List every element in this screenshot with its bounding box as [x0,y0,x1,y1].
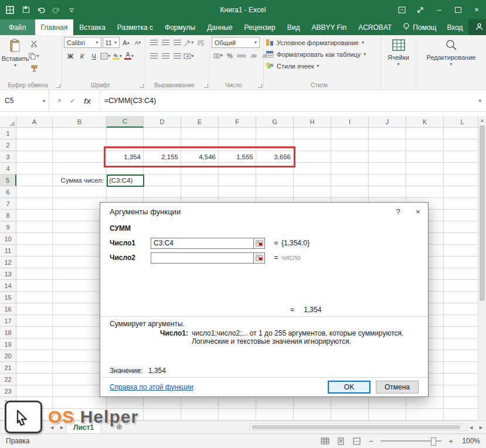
alignment-dialog-launcher[interactable] [204,84,208,88]
cell-L11[interactable] [444,245,478,257]
cell-F4[interactable] [219,163,256,175]
cell-K25[interactable] [406,409,444,420]
cell-K2[interactable] [406,139,444,151]
column-header-B[interactable]: B [53,116,107,128]
clipboard-dialog-launcher[interactable] [56,84,60,88]
cell-A21[interactable] [16,362,53,374]
cell-L16[interactable] [444,303,478,315]
cell-D2[interactable] [144,139,181,151]
enter-entry-icon[interactable]: ✓ [70,97,76,105]
cell-L14[interactable] [444,280,478,292]
cell-B6[interactable] [53,186,107,198]
row-header-10[interactable]: 10 [0,233,16,245]
cell-I25[interactable] [331,409,369,420]
cell-I2[interactable] [331,139,369,151]
wrap-text-button[interactable] [195,37,206,49]
scroll-up-icon[interactable]: ▲ [478,116,486,124]
copy-button[interactable]: ▾ [29,50,39,62]
column-header-J[interactable]: J [369,116,406,128]
close-button[interactable]: × [467,0,486,19]
horizontal-scrollbar[interactable] [249,423,468,431]
format-as-table-button[interactable]: Форматировать как таблицу ▾ [266,49,379,60]
number-dialog-launcher[interactable] [258,84,262,88]
cell-K3[interactable] [406,151,444,163]
cell-F25[interactable] [219,409,256,420]
font-color-button[interactable]: А ▾ [124,50,134,62]
cell-H1[interactable] [294,128,331,139]
cell-L17[interactable] [444,315,478,327]
cell-G3[interactable]: 3,656 [256,151,294,163]
cell-B21[interactable] [53,362,107,374]
tab-Разметка с[interactable]: Разметка с [111,19,159,35]
cell-A8[interactable] [16,210,53,221]
row-header-11[interactable]: 11 [0,245,16,257]
paste-button[interactable]: Вставить ▾ [2,37,29,74]
format-painter-button[interactable] [29,63,39,74]
cell-D24[interactable] [144,397,181,409]
dialog-close-button[interactable]: × [408,203,428,220]
cell-H2[interactable] [294,139,331,151]
cell-L5[interactable] [444,175,478,186]
increase-decimal-button[interactable]: ,00 [248,50,259,61]
cell-A10[interactable] [16,233,53,245]
tab-ACROBAT[interactable]: ACROBAT [352,19,397,35]
cell-H4[interactable] [294,163,331,175]
cell-J6[interactable] [369,186,406,198]
cell-L22[interactable] [444,374,478,385]
cell-B12[interactable] [53,257,107,268]
arg2-input[interactable] [151,252,254,264]
font-size-combo[interactable]: 11 ▾ [103,37,120,48]
row-header-6[interactable]: 6 [0,186,16,198]
cell-A19[interactable] [16,338,53,350]
cell-C2[interactable] [107,139,144,151]
cell-B16[interactable] [53,303,107,315]
cell-F2[interactable] [219,139,256,151]
column-header-H[interactable]: H [294,116,331,128]
cell-B2[interactable] [53,139,107,151]
italic-button[interactable]: К [77,50,87,62]
grow-font-button[interactable]: А▴ [121,37,131,49]
expand-formula-bar-icon[interactable]: ▾ [474,90,486,111]
cell-K6[interactable] [406,186,444,198]
cell-A22[interactable] [16,374,53,385]
cell-J24[interactable] [369,397,406,409]
cell-I1[interactable] [331,128,369,139]
cell-B4[interactable] [53,163,107,175]
cell-I24[interactable] [331,397,369,409]
cell-L3[interactable] [444,151,478,163]
cell-E25[interactable] [181,409,219,420]
cell-L20[interactable] [444,350,478,362]
font-dialog-launcher[interactable] [140,84,144,88]
cell-K24[interactable] [406,397,444,409]
cell-G5[interactable] [256,175,294,186]
dialog-title-bar[interactable]: Аргументы функции ? × [100,203,428,220]
cell-I3[interactable] [331,151,369,163]
cell-I6[interactable] [331,186,369,198]
cell-L6[interactable] [444,186,478,198]
scroll-right-icon[interactable]: ► [478,425,484,430]
number-format-combo[interactable]: Общий ▾ [212,37,260,48]
cell-B5[interactable]: Сумма чисел: [53,175,107,186]
cancel-entry-icon[interactable]: × [57,97,62,105]
cell-D1[interactable] [144,128,181,139]
cell-F24[interactable] [219,397,256,409]
cell-B14[interactable] [53,280,107,292]
cell-F5[interactable] [219,175,256,186]
cell-K1[interactable] [406,128,444,139]
cut-button[interactable] [29,38,39,50]
cell-A20[interactable] [16,350,53,362]
cell-D4[interactable] [144,163,181,175]
tab-help[interactable]: Помощ [397,19,441,35]
cell-E6[interactable] [181,186,219,198]
row-header-21[interactable]: 21 [0,362,16,374]
cell-C6[interactable] [107,186,144,198]
cell-L23[interactable] [444,385,478,397]
cell-L8[interactable] [444,210,478,221]
row-header-9[interactable]: 9 [0,221,16,233]
accounting-format-button[interactable]: ▾ [213,50,223,61]
cell-G2[interactable] [256,139,294,151]
cell-L21[interactable] [444,362,478,374]
cancel-button[interactable]: Отмена [376,381,419,394]
ok-button[interactable]: OK [328,381,371,394]
save-icon[interactable] [19,3,33,17]
